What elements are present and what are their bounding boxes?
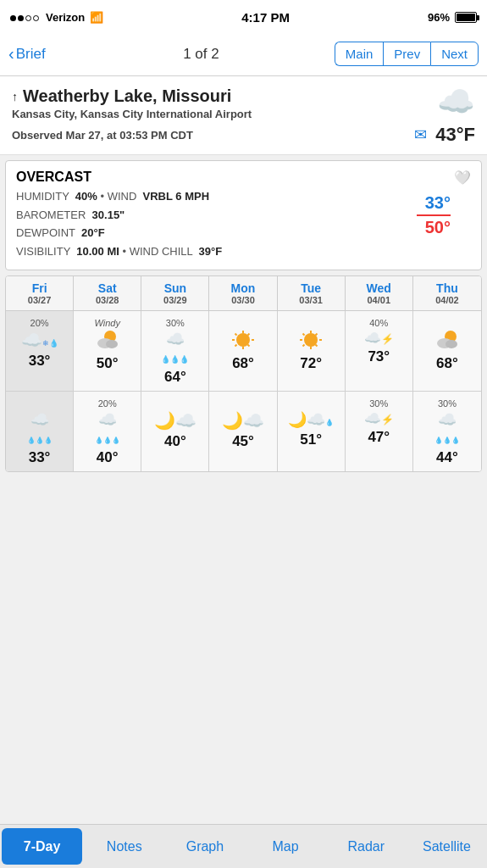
low-sun: 🌙☁️ 40°	[141, 392, 209, 471]
heart-icon[interactable]: 🤍	[454, 170, 471, 186]
cloudy-sun-icon-sat	[95, 330, 120, 350]
tab-bar: 7-Day Notes Graph Map Radar Satellite	[0, 824, 487, 868]
forecast-day-headers: Fri 03/27 Sat 03/28 Sun 03/29 Mon 03/30 …	[6, 276, 481, 311]
svg-line-10	[235, 345, 236, 347]
wifi-icon: 📶	[90, 11, 103, 24]
status-bar: Verizon 📶 4:17 PM 96%	[0, 0, 487, 32]
tab-radar[interactable]: Radar	[326, 825, 407, 868]
low-fri: ☁️💧💧💧 33°	[6, 392, 74, 471]
tab-7day[interactable]: 7-Day	[2, 828, 82, 865]
forecast-low-row: ☁️💧💧💧 33° 20% ☁️💧💧💧 40° 🌙☁️ 40° 🌙☁️ 45°	[6, 392, 481, 471]
back-button[interactable]: ‹ Brief	[8, 44, 68, 64]
tab-notes[interactable]: Notes	[84, 825, 164, 868]
svg-point-23	[445, 340, 457, 348]
nav-button-group: Main Prev Next	[335, 42, 479, 66]
battery-percent: 96%	[428, 11, 450, 24]
back-chevron-icon: ‹	[8, 44, 14, 64]
svg-line-19	[303, 345, 305, 347]
cloudy-sun-icon-thu	[434, 330, 460, 350]
forecast-high-row: 20% ☁️❄💧 33° Windy 50°	[6, 311, 481, 392]
svg-line-8	[235, 334, 236, 336]
location-name: ↑ Weatherby Lake, Missouri	[12, 86, 252, 106]
back-label: Brief	[16, 46, 46, 63]
high-mon: 68°	[209, 311, 277, 391]
day-header-tue: Tue 03/31	[278, 276, 346, 310]
day-header-mon: Mon 03/30	[209, 276, 277, 310]
forecast-low: 50°	[425, 218, 451, 237]
svg-line-20	[316, 345, 318, 347]
forecast-table: Fri 03/27 Sat 03/28 Sun 03/29 Mon 03/30 …	[5, 275, 482, 472]
svg-point-2	[106, 340, 118, 348]
low-mon: 🌙☁️ 45°	[209, 392, 277, 471]
low-tue: 🌙☁️💧 51°	[278, 392, 346, 471]
nav-bar: ‹ Brief 1 of 2 Main Prev Next	[0, 32, 487, 76]
high-tue: 72°	[278, 311, 346, 391]
day-header-sun: Sun 03/29	[141, 276, 209, 310]
high-thu: 68°	[413, 311, 481, 391]
forecast-high: 33°	[425, 193, 451, 213]
humidity-line: HUMIDITY 40% • WIND VRBL 6 MPH	[16, 188, 408, 205]
page-indicator: 1 of 2	[68, 46, 335, 63]
battery-icon	[455, 12, 477, 23]
high-fri: 20% ☁️❄💧 33°	[6, 311, 74, 391]
low-thu: 30% ☁️💧💧💧 44°	[413, 392, 481, 471]
status-battery: 96%	[428, 11, 477, 24]
low-sat: 20% ☁️💧💧💧 40°	[74, 392, 141, 471]
tab-map[interactable]: Map	[246, 825, 326, 868]
current-temp: 43°F	[435, 124, 475, 146]
email-icon[interactable]: ✉	[414, 125, 427, 144]
high-sat: Windy 50°	[74, 311, 141, 391]
hi-lo-temps: 33° 50°	[408, 193, 451, 237]
airport-name: Kansas City, Kansas City International A…	[12, 108, 252, 120]
dewpoint-line: DEWPOINT 20°F	[16, 225, 408, 242]
observed-text: Observed Mar 27, at 03:53 PM CDT	[12, 129, 193, 142]
svg-line-9	[247, 334, 249, 336]
status-time: 4:17 PM	[241, 10, 290, 25]
day-header-fri: Fri 03/27	[6, 276, 74, 310]
day-header-wed: Wed 04/01	[346, 276, 413, 310]
carrier-label: Verizon	[46, 11, 85, 24]
temp-divider	[417, 214, 451, 216]
sky-condition: OVERCAST	[16, 170, 408, 185]
day-header-thu: Thu 04/02	[413, 276, 481, 310]
sun-icon-mon	[231, 330, 255, 350]
svg-line-11	[247, 345, 249, 347]
next-button[interactable]: Next	[430, 42, 479, 66]
barometer-line: BAROMETER 30.15"	[16, 207, 408, 224]
svg-line-17	[303, 334, 305, 336]
tab-satellite[interactable]: Satellite	[407, 825, 487, 868]
status-carrier: Verizon 📶	[10, 11, 103, 24]
visibility-line: VISIBILITY 10.00 MI • WIND CHILL 39°F	[16, 243, 408, 260]
main-button[interactable]: Main	[335, 42, 384, 66]
conditions-panel: 🤍 OVERCAST HUMIDITY 40% • WIND VRBL 6 MP…	[5, 160, 482, 270]
tab-graph[interactable]: Graph	[164, 825, 245, 868]
location-header: ↑ Weatherby Lake, Missouri Kansas City, …	[0, 76, 487, 155]
high-wed: 40% ☁️⚡ 73°	[346, 311, 413, 391]
svg-line-18	[316, 334, 318, 336]
high-sun: 30% ☁️💧💧💧 64°	[141, 311, 209, 391]
sun-icon-tue	[299, 330, 323, 350]
cloud-icon: ☁️	[437, 86, 475, 117]
day-header-sat: Sat 03/28	[74, 276, 141, 310]
arrow-icon: ↑	[12, 90, 18, 103]
low-wed: 30% ☁️⚡ 47°	[346, 392, 413, 471]
prev-button[interactable]: Prev	[383, 42, 430, 66]
